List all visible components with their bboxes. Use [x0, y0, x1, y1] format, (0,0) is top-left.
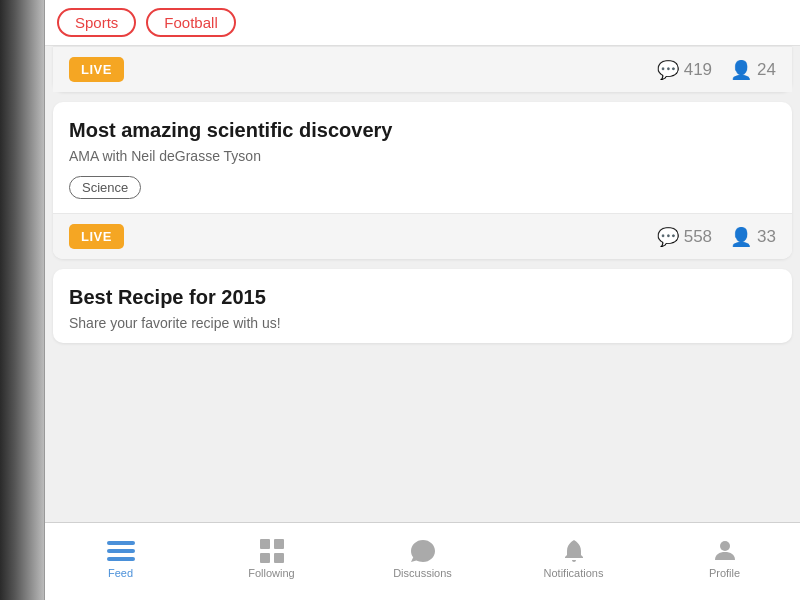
card-3[interactable]: Best Recipe for 2015 Share your favorite…: [53, 269, 792, 343]
tags-row: Sports Football: [45, 0, 800, 46]
comment-count-2: 💬 558: [657, 226, 712, 248]
person-icon-2: 👤: [730, 226, 752, 248]
viewer-num-2: 33: [757, 227, 776, 247]
card-3-title: Best Recipe for 2015: [69, 285, 776, 309]
grid-icon: [257, 539, 287, 563]
profile-person-icon: [710, 539, 740, 563]
svg-rect-0: [260, 539, 270, 549]
nav-discussions[interactable]: Discussions: [347, 523, 498, 600]
phone-edge: [0, 0, 45, 600]
live-badge-2: LIVE: [69, 224, 124, 249]
viewer-num-1: 24: [757, 60, 776, 80]
live-stats-1: 💬 419 👤 24: [657, 59, 776, 81]
feed-lines: [107, 541, 135, 561]
person-icon-1: 👤: [730, 59, 752, 81]
live-stats-2: 💬 558 👤 33: [657, 226, 776, 248]
live-bar-1: LIVE 💬 419 👤 24: [53, 46, 792, 92]
nav-feed[interactable]: Feed: [45, 523, 196, 600]
card-2[interactable]: Most amazing scientific discovery AMA wi…: [53, 102, 792, 259]
chat-icon-1: 💬: [657, 59, 679, 81]
main-content: Sports Football LIVE 💬 419 👤 24: [45, 0, 800, 600]
feed-area: Sports Football LIVE 💬 419 👤 24: [45, 0, 800, 522]
feed-icon: [106, 539, 136, 563]
nav-profile[interactable]: Profile: [649, 523, 800, 600]
viewer-count-1: 👤 24: [730, 59, 776, 81]
viewer-count-2: 👤 33: [730, 226, 776, 248]
card-3-body: Best Recipe for 2015 Share your favorite…: [53, 269, 792, 331]
nav-feed-label: Feed: [108, 567, 133, 579]
nav-notifications[interactable]: Notifications: [498, 523, 649, 600]
card-2-subtitle: AMA with Neil deGrasse Tyson: [69, 148, 776, 164]
card-2-body: Most amazing scientific discovery AMA wi…: [53, 102, 792, 213]
feed-line-3: [107, 557, 135, 561]
feed-line-1: [107, 541, 135, 545]
comment-num-1: 419: [684, 60, 712, 80]
bottom-nav: Feed Following Discussions: [45, 522, 800, 600]
bell-icon: [559, 539, 589, 563]
comment-count-1: 💬 419: [657, 59, 712, 81]
feed-line-2: [107, 549, 135, 553]
tag-football[interactable]: Football: [146, 8, 235, 37]
card-2-tag[interactable]: Science: [69, 176, 141, 199]
nav-following[interactable]: Following: [196, 523, 347, 600]
tag-sports[interactable]: Sports: [57, 8, 136, 37]
nav-profile-label: Profile: [709, 567, 740, 579]
comment-num-2: 558: [684, 227, 712, 247]
card-3-subtitle: Share your favorite recipe with us!: [69, 315, 776, 331]
svg-point-4: [720, 541, 730, 551]
nav-discussions-label: Discussions: [393, 567, 452, 579]
live-bar-2: LIVE 💬 558 👤 33: [53, 213, 792, 259]
discussions-chat-icon: [408, 539, 438, 563]
nav-following-label: Following: [248, 567, 294, 579]
svg-rect-3: [274, 553, 284, 563]
nav-notifications-label: Notifications: [544, 567, 604, 579]
card-2-title: Most amazing scientific discovery: [69, 118, 776, 142]
card-1-livebar: LIVE 💬 419 👤 24: [53, 46, 792, 92]
chat-icon-2: 💬: [657, 226, 679, 248]
svg-rect-2: [260, 553, 270, 563]
svg-rect-1: [274, 539, 284, 549]
live-badge-1: LIVE: [69, 57, 124, 82]
